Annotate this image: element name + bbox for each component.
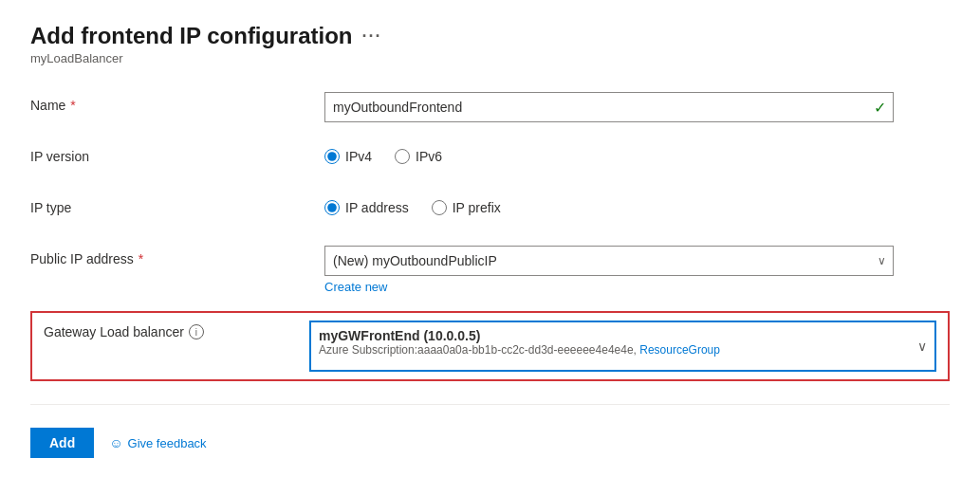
name-required: *	[70, 98, 75, 113]
ip-address-label: IP address	[345, 200, 409, 215]
gateway-resourcegroup-link[interactable]: ResourceGroup	[639, 343, 720, 357]
gateway-info-icon[interactable]: i	[189, 324, 204, 339]
gateway-label-cell: Gateway Load balancer i	[44, 321, 309, 339]
ipv6-option[interactable]: IPv6	[395, 149, 442, 164]
public-ip-row: Public IP address * (New) myOutboundPubl…	[30, 246, 950, 294]
public-ip-dropdown-wrapper: (New) myOutboundPublicIP ∨	[324, 246, 894, 276]
panel-title-row: Add frontend IP configuration ···	[30, 23, 950, 49]
gateway-dropdown-content[interactable]: myGWFrontEnd (10.0.0.5) Azure Subscripti…	[311, 322, 934, 370]
panel-menu-icon[interactable]: ···	[362, 27, 382, 46]
gateway-dropdown-wrapper[interactable]: myGWFrontEnd (10.0.0.5) Azure Subscripti…	[309, 321, 936, 372]
create-new-link[interactable]: Create new	[324, 280, 387, 294]
ip-prefix-radio[interactable]	[432, 200, 447, 215]
ip-version-radio-group: IPv4 IPv6	[324, 143, 894, 164]
public-ip-label: Public IP address *	[30, 246, 324, 266]
public-ip-dropdown[interactable]: (New) myOutboundPublicIP	[324, 246, 894, 276]
public-ip-control: (New) myOutboundPublicIP ∨ Create new	[324, 246, 894, 294]
gateway-sub-text: Azure Subscription:aaaa0a0a-bb1b-cc2c-dd…	[319, 343, 904, 357]
panel-subtitle: myLoadBalancer	[30, 51, 950, 65]
ip-address-radio[interactable]	[324, 200, 340, 215]
footer: Add ☺ Give feedback	[30, 428, 950, 458]
feedback-icon: ☺	[109, 435, 122, 450]
ip-type-label: IP type	[30, 194, 324, 215]
name-input[interactable]	[324, 92, 894, 122]
name-control: ✓	[324, 92, 894, 122]
ip-version-row: IP version IPv4 IPv6	[30, 143, 950, 177]
name-check-icon: ✓	[874, 99, 886, 117]
ip-type-row: IP type IP address IP prefix	[30, 194, 950, 229]
name-label: Name *	[30, 92, 324, 113]
name-input-wrapper: ✓	[324, 92, 894, 122]
name-row: Name * ✓	[30, 92, 950, 126]
ip-address-option[interactable]: IP address	[324, 200, 409, 215]
ip-prefix-option[interactable]: IP prefix	[432, 200, 501, 215]
feedback-link[interactable]: ☺ Give feedback	[109, 435, 206, 450]
panel-title: Add frontend IP configuration	[30, 23, 353, 49]
gateway-main-text: myGWFrontEnd (10.0.0.5)	[319, 328, 904, 343]
gateway-row: Gateway Load balancer i myGWFrontEnd (10…	[30, 311, 950, 381]
ip-type-control: IP address IP prefix	[324, 194, 894, 215]
ipv4-radio[interactable]	[324, 149, 340, 164]
ip-version-control: IPv4 IPv6	[324, 143, 894, 164]
ipv4-option[interactable]: IPv4	[324, 149, 372, 164]
ipv6-radio[interactable]	[395, 149, 410, 164]
add-button[interactable]: Add	[30, 428, 94, 458]
panel: Add frontend IP configuration ··· myLoad…	[0, 0, 980, 481]
ipv4-label: IPv4	[345, 149, 372, 164]
public-ip-required: *	[139, 251, 143, 266]
gateway-label: Gateway Load balancer	[44, 324, 184, 339]
ip-prefix-label: IP prefix	[453, 200, 501, 215]
ip-version-label: IP version	[30, 143, 324, 164]
footer-divider	[30, 404, 950, 405]
ip-type-radio-group: IP address IP prefix	[324, 194, 894, 215]
gateway-dropdown-arrow: ∨	[917, 339, 927, 354]
ipv6-label: IPv6	[416, 149, 442, 164]
feedback-label: Give feedback	[128, 436, 207, 450]
